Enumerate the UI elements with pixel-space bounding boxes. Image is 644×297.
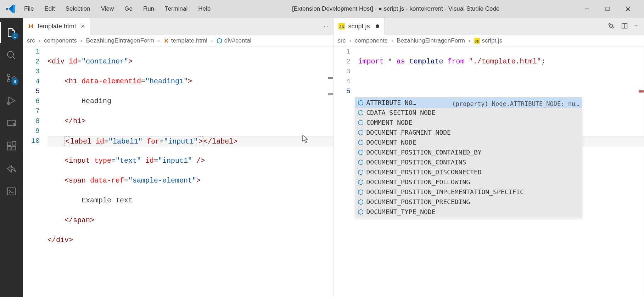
maximize-button[interactable] <box>597 2 618 16</box>
split-editor-icon[interactable] <box>621 22 628 30</box>
svg-point-4 <box>7 51 14 58</box>
menu-go[interactable]: Go <box>120 3 137 15</box>
editor-overflow-icon[interactable]: ··· <box>324 23 328 29</box>
vscode-logo-icon <box>6 4 16 13</box>
js-file-icon: JS <box>474 38 480 44</box>
menu-selection[interactable]: Selection <box>61 3 95 15</box>
editor-pane-left: template.html × ··· src› components› Bez… <box>23 18 334 297</box>
tab-bar-right: JS script.js ··· <box>334 18 644 35</box>
suggest-item[interactable]: DOCUMENT_POSITION_PRECEDING <box>355 197 582 207</box>
suggest-item[interactable]: DOCUMENT_POSITION_CONTAINS <box>355 157 582 167</box>
crumb-file: JSscript.js <box>474 37 503 44</box>
suggest-widget[interactable]: ATTRIBUTE_NO… (property) Node.ATTRIBUTE_… <box>355 97 582 217</box>
activity-search[interactable] <box>0 44 23 67</box>
activity-extensions[interactable] <box>0 135 23 157</box>
svg-line-5 <box>13 57 15 59</box>
activity-remote[interactable] <box>0 112 23 135</box>
js-file-icon: JS <box>338 23 345 29</box>
suggest-item[interactable]: DOCUMENT_TYPE_NODE <box>355 207 582 217</box>
gutter-left: 1 2 3 4 5 6 7 8 9 10 <box>23 47 47 297</box>
overview-ruler-right[interactable] <box>639 47 644 297</box>
suggest-item[interactable]: COMMENT_NODE <box>355 118 582 128</box>
menu-bar: File Edit Selection View Go Run Terminal… <box>20 3 215 15</box>
svg-rect-1 <box>606 7 609 11</box>
close-icon[interactable]: × <box>81 23 85 30</box>
menu-help[interactable]: Help <box>194 3 215 15</box>
breadcrumb-left[interactable]: src› components› BezahlungEintragenForm›… <box>23 35 333 47</box>
tab-template-html[interactable]: template.html × <box>23 18 90 35</box>
editor-overflow-icon[interactable]: ··· <box>634 22 639 30</box>
activity-live-share[interactable] <box>0 157 23 180</box>
svg-rect-18 <box>12 142 16 145</box>
activity-scm[interactable]: 9 <box>0 67 23 89</box>
html-file-icon <box>28 23 34 29</box>
suggest-item[interactable]: DOCUMENT_POSITION_IMPLEMENTATION_SPECIFI… <box>355 187 582 197</box>
scm-badge: 9 <box>11 78 18 85</box>
menu-view[interactable]: View <box>97 3 118 15</box>
code-lines-left: <div id="container"> <h1 data-elementid=… <box>47 47 333 297</box>
suggest-item[interactable]: DOCUMENT_FRAGMENT_NODE <box>355 128 582 138</box>
property-icon <box>358 130 364 135</box>
svg-rect-15 <box>7 142 11 146</box>
suggest-item[interactable]: DOCUMENT_NODE <box>355 138 582 147</box>
property-icon <box>358 209 364 215</box>
activity-explorer[interactable]: 1 <box>0 21 23 44</box>
tab-label: script.js <box>348 23 370 30</box>
svg-marker-9 <box>9 97 15 104</box>
menu-run[interactable]: Run <box>139 3 158 15</box>
property-icon <box>358 140 364 145</box>
svg-text:JS: JS <box>475 40 479 43</box>
activity-debug[interactable] <box>0 89 23 112</box>
tab-bar-left: template.html × ··· <box>23 18 333 35</box>
suggest-item[interactable]: DOCUMENT_POSITION_FOLLOWING <box>355 177 582 187</box>
suggest-item[interactable]: DOCUMENT_POSITION_DISCONNECTED <box>355 167 582 177</box>
property-icon <box>358 120 364 125</box>
suggest-item[interactable]: DOCUMENT_POSITION_CONTAINED_BY <box>355 147 582 157</box>
property-icon <box>358 179 364 185</box>
crumb-components: components <box>44 37 77 44</box>
activity-bar: 1 9 <box>0 18 23 297</box>
svg-rect-17 <box>12 146 15 150</box>
property-icon <box>358 150 364 155</box>
property-icon <box>358 159 364 165</box>
tab-script-js[interactable]: JS script.js <box>334 18 385 35</box>
menu-terminal[interactable]: Terminal <box>161 3 192 15</box>
suggest-item[interactable]: ATTRIBUTE_NO… (property) Node.ATTRIBUTE_… <box>355 98 582 108</box>
crumb-file: template.html <box>163 37 207 44</box>
crumb-src: src <box>338 37 346 44</box>
editor-pane-right: JS script.js ··· src› components› Bezahl… <box>334 18 644 297</box>
crumb-form: BezahlungEintragenForm <box>86 37 155 44</box>
menu-file[interactable]: File <box>20 3 38 15</box>
breadcrumb-right[interactable]: src› components› BezahlungEintragenForm›… <box>334 35 644 47</box>
window-controls <box>577 2 638 16</box>
explorer-badge: 1 <box>11 33 18 40</box>
title-bar: File Edit Selection View Go Run Terminal… <box>0 0 644 18</box>
crumb-src: src <box>27 37 35 44</box>
property-icon <box>358 100 364 106</box>
dirty-indicator-icon <box>376 24 379 28</box>
suggest-detail: (property) Node.ATTRIBUTE_NODE: nu… <box>452 99 579 109</box>
property-icon <box>358 110 364 116</box>
editor-area: template.html × ··· src› components› Bez… <box>23 18 644 297</box>
suggest-item[interactable]: CDATA_SECTION_NODE <box>355 108 582 118</box>
menu-edit[interactable]: Edit <box>40 3 59 15</box>
crumb-form: BezahlungEintragenForm <box>397 37 465 44</box>
svg-point-6 <box>7 74 10 77</box>
svg-point-22 <box>609 23 611 25</box>
minimize-button[interactable] <box>577 2 597 16</box>
activity-terminal-panel[interactable] <box>0 180 23 203</box>
property-icon <box>358 169 364 175</box>
property-icon <box>358 189 364 195</box>
code-editor-right[interactable]: 1 2 3 4 5 import * as template from "./t… <box>334 47 644 297</box>
close-button[interactable] <box>618 2 638 16</box>
svg-rect-19 <box>7 188 16 195</box>
svg-point-23 <box>612 26 614 28</box>
overview-ruler-left[interactable] <box>328 47 333 297</box>
html-file-icon <box>163 38 169 44</box>
code-editor-left[interactable]: 1 2 3 4 5 6 7 8 9 10 <div id="container"… <box>23 47 333 297</box>
svg-text:JS: JS <box>339 25 344 29</box>
compare-changes-icon[interactable] <box>607 22 615 30</box>
symbol-icon <box>217 38 222 44</box>
tab-label: template.html <box>38 23 76 30</box>
svg-rect-16 <box>7 146 11 150</box>
